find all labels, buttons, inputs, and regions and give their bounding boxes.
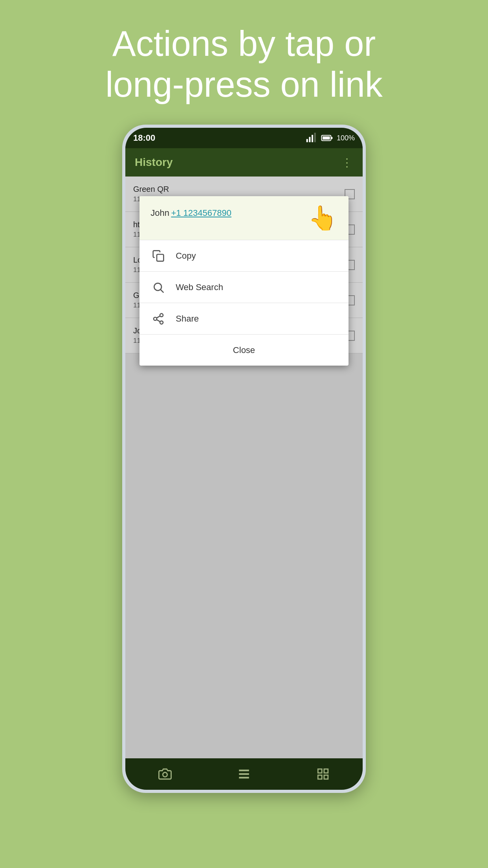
svg-rect-21 — [318, 775, 322, 779]
dialog-contact-info: John +1 1234567890 — [150, 208, 231, 218]
copy-label: Copy — [176, 251, 196, 261]
svg-rect-2 — [312, 135, 313, 142]
signal-icon — [305, 132, 318, 144]
hero-line2: long-press on link — [105, 65, 382, 104]
phone-number-link[interactable]: +1 1234567890 — [171, 208, 231, 218]
history-list: Green QR 11/15/2020 10:30 AM https://pla… — [125, 177, 363, 758]
svg-point-11 — [154, 317, 157, 320]
svg-rect-6 — [331, 137, 332, 139]
close-label: Close — [233, 345, 255, 355]
copy-icon — [149, 246, 168, 265]
svg-point-15 — [163, 772, 167, 777]
grid-nav-icon[interactable] — [311, 762, 335, 786]
svg-line-13 — [157, 320, 160, 322]
contact-name: John — [150, 208, 169, 218]
hand-cursor-icon: 👆 — [308, 204, 338, 232]
web-search-label: Web Search — [176, 282, 223, 292]
history-item-title: Green QR — [133, 185, 340, 194]
status-icons: 100% — [305, 132, 355, 144]
close-action[interactable]: Close — [139, 334, 349, 366]
search-icon — [149, 278, 168, 297]
camera-nav-icon[interactable] — [153, 762, 177, 786]
svg-rect-22 — [324, 775, 328, 779]
svg-rect-3 — [314, 133, 316, 142]
svg-rect-5 — [323, 136, 330, 140]
svg-rect-1 — [309, 137, 310, 142]
svg-rect-20 — [324, 769, 328, 773]
context-menu-dialog: John +1 1234567890 👆 Copy — [139, 196, 349, 366]
more-options-button[interactable]: ⋮ — [341, 156, 353, 169]
app-bar-title: History — [135, 156, 172, 169]
battery-icon — [321, 132, 334, 144]
svg-line-14 — [157, 316, 160, 318]
svg-rect-19 — [318, 769, 322, 773]
svg-rect-18 — [239, 777, 249, 778]
status-bar: 18:00 100% — [125, 128, 363, 148]
svg-rect-0 — [306, 139, 308, 142]
battery-percentage: 100% — [337, 134, 355, 142]
share-label: Share — [176, 314, 199, 324]
phone-screen: 18:00 100% History ⋮ — [125, 128, 363, 790]
hero-line1: Actions by tap or — [112, 24, 376, 63]
web-search-action[interactable]: Web Search — [139, 271, 349, 303]
hero-text: Actions by tap or long-press on link — [0, 0, 488, 125]
share-action[interactable]: Share — [139, 303, 349, 334]
svg-rect-17 — [239, 773, 249, 775]
copy-action[interactable]: Copy — [139, 240, 349, 271]
status-time: 18:00 — [133, 133, 155, 143]
dialog-header: John +1 1234567890 👆 — [139, 196, 349, 240]
share-icon — [149, 309, 168, 328]
svg-line-9 — [161, 290, 163, 292]
app-bar: History ⋮ — [125, 148, 363, 177]
svg-rect-7 — [157, 254, 163, 261]
svg-rect-16 — [239, 770, 249, 771]
list-nav-icon[interactable] — [232, 762, 256, 786]
phone-device: 18:00 100% History ⋮ — [122, 125, 366, 793]
bottom-nav — [125, 758, 363, 790]
svg-point-12 — [160, 321, 163, 324]
svg-point-10 — [160, 313, 163, 316]
svg-point-8 — [154, 283, 162, 291]
